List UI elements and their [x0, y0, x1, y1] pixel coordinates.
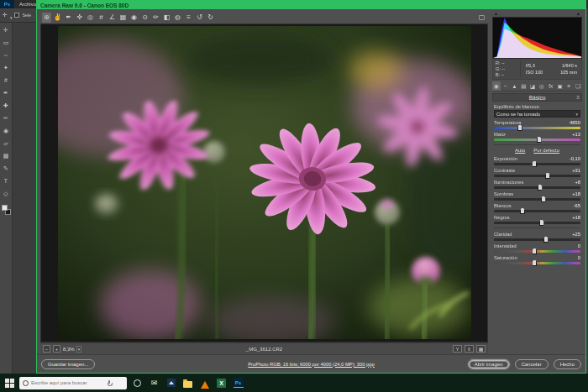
task-view-button[interactable] — [131, 377, 144, 389]
tab-ajustes-preestablecidos[interactable]: ≡ — [564, 81, 573, 91]
tool-healing[interactable]: ✚ — [2, 101, 11, 110]
slider-value[interactable]: +13 — [572, 132, 580, 137]
toggle-fullscreen-icon[interactable]: ▢ — [477, 13, 486, 23]
tool-eraser[interactable]: ▱ — [2, 139, 11, 148]
white-balance-select[interactable]: Como se ha tomado — [494, 110, 580, 118]
rotate-left-icon[interactable]: ↺ — [195, 13, 204, 23]
color-swatches[interactable] — [2, 205, 11, 215]
slider-value[interactable]: +8 — [575, 180, 580, 185]
default-link[interactable]: Por defecto — [533, 148, 559, 153]
slider-thumb[interactable] — [539, 219, 544, 226]
search-input[interactable] — [31, 380, 105, 385]
tool-shape[interactable]: ◇ — [2, 189, 11, 198]
zoom-in-button[interactable]: + — [53, 345, 60, 353]
done-button[interactable]: Hecho — [554, 359, 581, 369]
open-image-button[interactable]: Abrir imagen — [468, 359, 510, 369]
slider-track[interactable] — [494, 198, 580, 201]
slider-track[interactable] — [494, 210, 580, 212]
straighten-icon[interactable]: ∠ — [108, 13, 117, 23]
mail-icon[interactable]: ✉ — [148, 377, 160, 389]
slider-value[interactable]: 4850 — [570, 120, 580, 125]
photos-icon[interactable] — [165, 377, 177, 389]
tab-virado[interactable]: ◪ — [528, 81, 537, 91]
hand-icon[interactable]: ✌ — [53, 13, 62, 23]
slider-track[interactable] — [494, 222, 580, 224]
slider-thumb[interactable] — [532, 259, 537, 266]
slider-thumb[interactable] — [517, 124, 522, 131]
tab-correcciones-lente[interactable]: ◎ — [538, 81, 546, 91]
slider-track[interactable] — [494, 238, 580, 241]
slider-thumb[interactable] — [532, 248, 537, 254]
auto-select-checkbox[interactable] — [14, 13, 19, 18]
tool-eyedropper[interactable]: ✒ — [2, 88, 11, 97]
tool-type[interactable]: T — [2, 176, 11, 186]
red-eye-icon[interactable]: ⊙ — [140, 13, 150, 23]
before-after-swap-button[interactable]: ‖ — [465, 345, 474, 353]
tool-lasso[interactable]: ∽ — [2, 50, 11, 60]
slider-track[interactable] — [494, 186, 580, 189]
slider-value[interactable]: +18 — [572, 191, 580, 196]
save-image-button[interactable]: Guardar imagen... — [41, 359, 95, 369]
tab-hsl[interactable]: ▤ — [519, 81, 528, 91]
white-balance-icon[interactable]: ✒ — [64, 13, 73, 23]
tab-efectos[interactable]: fx — [547, 81, 555, 91]
slider-value[interactable]: 0 — [578, 243, 580, 248]
slider-thumb[interactable] — [537, 136, 542, 143]
slider-value[interactable]: +18 — [572, 215, 580, 220]
slider-thumb[interactable] — [532, 160, 537, 167]
file-explorer-icon[interactable] — [181, 377, 194, 389]
slider-track[interactable] — [494, 163, 580, 165]
photo-preview[interactable] — [58, 26, 471, 339]
dialog-titlebar[interactable]: Camera Raw 9.6 - Canon EOS 80D — [37, 1, 585, 9]
zoom-icon[interactable]: ⊕ — [42, 13, 51, 23]
zoom-level-select[interactable]: 8,3% — [63, 347, 81, 352]
graduated-filter-icon[interactable]: ◧ — [162, 13, 171, 23]
tool-move[interactable]: ✛ — [2, 25, 11, 34]
preferences-icon[interactable]: ≡ — [184, 13, 193, 23]
foreground-color-swatch[interactable] — [2, 205, 8, 211]
vlc-icon[interactable] — [198, 377, 211, 389]
slider-track[interactable] — [494, 175, 580, 177]
tool-crop[interactable]: # — [2, 76, 11, 85]
transform-icon[interactable]: ▦ — [118, 13, 128, 23]
chevron-down-icon[interactable] — [10, 8, 13, 23]
preview-settings-button[interactable]: ▦ — [476, 345, 486, 353]
highlight-clipping-icon[interactable]: ▲ — [576, 11, 580, 17]
slider-thumb[interactable] — [520, 207, 525, 214]
adjustment-brush-icon[interactable]: ✏ — [151, 13, 160, 23]
tab-instantaneas[interactable]: ❏ — [574, 81, 582, 91]
tool-marquee[interactable]: ▭ — [2, 38, 11, 47]
excel-icon[interactable]: X — [215, 377, 228, 389]
slider-thumb[interactable] — [541, 196, 546, 202]
taskbar-search[interactable] — [19, 377, 127, 389]
slider-thumb[interactable] — [543, 236, 549, 243]
start-button[interactable] — [3, 377, 15, 389]
cancel-button[interactable]: Cancelar — [515, 359, 549, 369]
slider-value[interactable]: +31 — [572, 168, 580, 173]
spot-removal-icon[interactable]: ◉ — [129, 13, 139, 23]
tool-clone-stamp[interactable]: ◉ — [2, 126, 11, 135]
slider-track[interactable] — [494, 127, 580, 129]
radial-filter-icon[interactable]: ◍ — [173, 13, 182, 23]
menu-archivo[interactable]: Archivo — [19, 2, 36, 7]
crop-icon[interactable]: # — [97, 13, 106, 23]
slider-thumb[interactable] — [538, 184, 543, 191]
slider-thumb[interactable] — [545, 172, 550, 179]
panel-menu-icon[interactable]: ≡ — [576, 95, 580, 100]
tab-detalle[interactable]: ▲ — [511, 81, 519, 91]
tool-pen[interactable]: ✎ — [2, 164, 11, 173]
slider-value[interactable]: +25 — [572, 232, 580, 237]
zoom-out-button[interactable]: − — [43, 345, 50, 353]
microphone-icon[interactable] — [108, 380, 111, 386]
slider-value[interactable]: -65 — [574, 203, 580, 208]
tab-basico[interactable]: ◉ — [492, 81, 501, 91]
shadow-clipping-icon[interactable]: ▲ — [494, 11, 498, 17]
rotate-right-icon[interactable]: ↻ — [206, 13, 215, 23]
slider-track[interactable] — [494, 262, 580, 264]
auto-link[interactable]: Auto — [515, 148, 525, 153]
tab-calibracion-camara[interactable]: ▣ — [556, 81, 564, 91]
slider-track[interactable] — [494, 250, 580, 253]
preview-mode-button[interactable]: Y — [453, 345, 462, 353]
slider-value[interactable]: 0 — [578, 255, 580, 260]
slider-value[interactable]: -0,10 — [570, 156, 580, 161]
